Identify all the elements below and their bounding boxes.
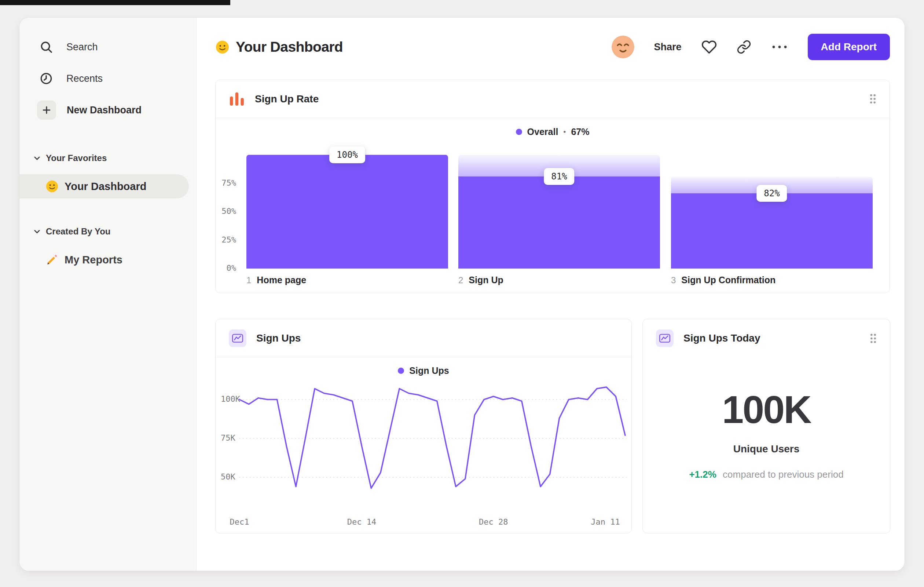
card-sign-ups-today: Sign Ups Today 100K Unique Users +1.2% c…	[642, 319, 890, 533]
search-icon	[39, 40, 53, 54]
funnel-category-name: Home page	[257, 275, 306, 285]
dashboard-title-group: Your Dashboard	[216, 39, 343, 55]
card-sign-up-rate: Sign Up Rate Overall • 67% 100%1Home pag…	[215, 79, 890, 293]
card-sign-ups: Sign Ups Sign Ups 100K75K50KDec1Dec 14De…	[215, 319, 632, 533]
chevron-down-icon	[33, 227, 41, 236]
funnel-y-axis-label: 0%	[219, 263, 236, 273]
signups-line-svg	[216, 319, 631, 533]
signups-line	[239, 387, 625, 488]
metric-delta: +1.2%	[689, 469, 716, 480]
line-x-axis-label: Dec1	[230, 517, 249, 526]
sidebar-item-label: My Reports	[64, 254, 122, 266]
funnel-category-name: Sign Up Confirmation	[681, 275, 776, 285]
section-title: Created By You	[46, 227, 111, 236]
line-y-axis-label: 100K	[221, 394, 240, 403]
funnel-y-axis-label: 25%	[219, 235, 236, 244]
funnel-y-axis-label: 75%	[219, 178, 236, 187]
clock-icon	[39, 71, 53, 86]
metric-delta-note: compared to previous period	[723, 469, 844, 480]
funnel-category-name: Sign Up	[469, 275, 503, 285]
funnel-category-label: 2Sign Up	[458, 275, 503, 285]
funnel-bar-fill	[671, 193, 873, 269]
funnel-step-number: 1	[246, 275, 251, 285]
add-report-button[interactable]: Add Report	[808, 34, 890, 60]
funnel-bar-value-label: 82%	[756, 185, 787, 202]
smiley-emoji-icon	[216, 40, 229, 54]
line-x-axis-label: Dec 14	[347, 517, 376, 526]
window-edge	[0, 0, 230, 5]
funnel-category-label: 1Home page	[246, 275, 306, 285]
metric-delta-row: +1.2% compared to previous period	[643, 469, 890, 480]
funnel-category-label: 3Sign Up Confirmation	[671, 275, 776, 285]
funnel-plot: 100%1Home page81%2Sign Up82%3Sign Up Con…	[216, 80, 889, 293]
main-content: Your Dashboard Share	[196, 18, 904, 571]
share-button[interactable]: Share	[654, 41, 681, 53]
user-avatar[interactable]	[612, 36, 634, 58]
funnel-bar-value-label: 81%	[544, 168, 574, 185]
sidebar-item-new-dashboard[interactable]: New Dashboard	[37, 101, 142, 120]
app-window: Search Recents New Dashboard Your Favori…	[20, 18, 904, 571]
sidebar-item-your-dashboard[interactable]: Your Dashboard	[20, 174, 189, 198]
sidebar: Search Recents New Dashboard Your Favori…	[20, 18, 196, 571]
metric-value: 100K	[643, 387, 890, 432]
line-x-axis-label: Jan 11	[591, 517, 620, 526]
favorite-heart-icon[interactable]	[701, 39, 717, 55]
more-options-icon[interactable]	[771, 44, 788, 50]
smiley-emoji-icon	[46, 180, 58, 193]
line-x-axis-label: Dec 28	[479, 517, 508, 526]
relieved-face-avatar-icon	[612, 36, 634, 58]
pencil-emoji-icon	[46, 253, 58, 266]
sidebar-item-search[interactable]: Search	[39, 37, 98, 56]
section-header-your-favorites[interactable]: Your Favorites	[33, 151, 107, 165]
sidebar-item-my-reports[interactable]: My Reports	[46, 248, 122, 272]
line-y-axis-label: 75K	[221, 433, 235, 442]
section-title: Your Favorites	[46, 153, 107, 163]
funnel-bar[interactable]	[246, 155, 448, 269]
dashboard-header: Your Dashboard Share	[216, 33, 890, 61]
funnel-y-axis-label: 50%	[219, 207, 236, 216]
funnel-step-number: 3	[671, 275, 676, 285]
card-title: Sign Ups Today	[683, 332, 761, 344]
drag-handle-icon[interactable]	[870, 333, 877, 344]
metric-label: Unique Users	[643, 443, 890, 455]
copy-link-icon[interactable]	[737, 40, 751, 54]
sidebar-item-recents[interactable]: Recents	[39, 69, 103, 88]
sidebar-item-label: Search	[66, 41, 98, 53]
header-actions: Share Add Report	[612, 34, 890, 60]
line-y-axis-label: 50K	[221, 472, 235, 481]
funnel-bar-fill	[246, 155, 448, 269]
funnel-bar-fill	[458, 177, 660, 269]
sidebar-item-label: Your Dashboard	[64, 180, 146, 193]
chevron-down-icon	[33, 154, 41, 162]
card-header: Sign Ups Today	[643, 319, 890, 357]
plus-icon	[37, 101, 56, 120]
section-header-created-by-you[interactable]: Created By You	[33, 224, 111, 239]
funnel-bar-value-label: 100%	[329, 146, 365, 163]
sidebar-item-label: New Dashboard	[67, 104, 142, 116]
line-plot: 100K75K50KDec1Dec 14Dec 28Jan 11	[216, 319, 631, 533]
page-title: Your Dashboard	[236, 39, 343, 55]
sidebar-item-label: Recents	[66, 73, 103, 84]
funnel-step-number: 2	[458, 275, 463, 285]
line-chart-icon	[656, 329, 673, 347]
